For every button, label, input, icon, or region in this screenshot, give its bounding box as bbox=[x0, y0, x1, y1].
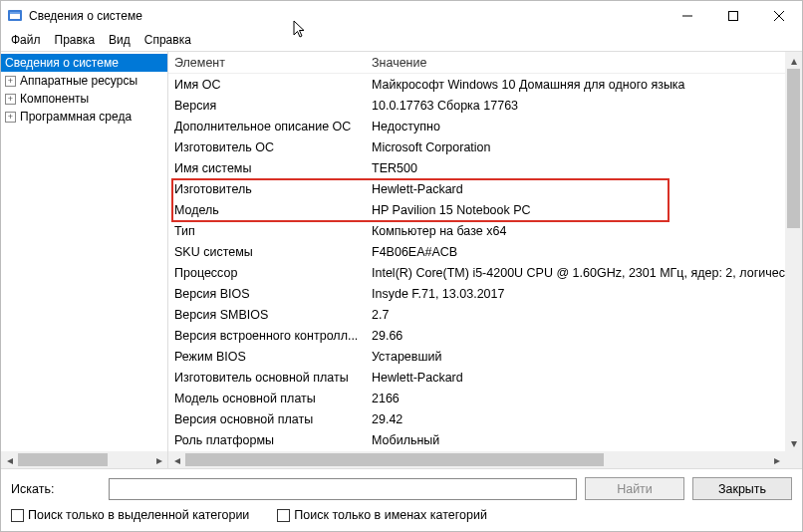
find-button[interactable]: Найти bbox=[585, 477, 684, 500]
cell-key: Процессор bbox=[168, 266, 368, 280]
tree-item-hardware[interactable]: + Аппаратные ресурсы bbox=[1, 72, 167, 90]
cell-value: HP Pavilion 15 Notebook PC bbox=[368, 203, 802, 217]
cell-value: 2.7 bbox=[368, 308, 802, 322]
cell-value: Компьютер на базе x64 bbox=[368, 224, 802, 238]
cell-value: Intel(R) Core(TM) i5-4200U CPU @ 1.60GHz… bbox=[368, 266, 802, 280]
cell-value: 10.0.17763 Сборка 17763 bbox=[368, 99, 802, 113]
table-row[interactable]: Роль платформыМобильный bbox=[168, 429, 802, 450]
search-label: Искать: bbox=[11, 482, 101, 496]
tree-pane: Сведения о системе + Аппаратные ресурсы … bbox=[1, 52, 168, 468]
check-label: Поиск только в выделенной категории bbox=[28, 508, 249, 522]
tree-item-label: Компоненты bbox=[20, 92, 89, 106]
menu-file[interactable]: Файл bbox=[5, 31, 47, 49]
list-hscrollbar[interactable]: ◂ ▸ bbox=[168, 451, 785, 468]
tree-root[interactable]: Сведения о системе bbox=[1, 54, 167, 72]
content-area: Сведения о системе + Аппаратные ресурсы … bbox=[1, 51, 802, 469]
table-row[interactable]: Дополнительное описание ОСНедоступно bbox=[168, 116, 802, 136]
table-row[interactable]: Версия встроенного контролл...29.66 bbox=[168, 325, 802, 346]
table-row[interactable]: Изготовитель ОСMicrosoft Corporation bbox=[168, 136, 802, 157]
cell-key: Версия встроенного контролл... bbox=[168, 329, 368, 343]
cell-key: Режим BIOS bbox=[168, 350, 368, 364]
cell-value: Hewlett-Packard bbox=[368, 182, 802, 196]
table-row[interactable]: Версия BIOSInsyde F.71, 13.03.2017 bbox=[168, 283, 802, 304]
table-row[interactable]: Версия SMBIOS2.7 bbox=[168, 304, 802, 325]
cell-key: Версия bbox=[168, 99, 368, 113]
scroll-down-icon[interactable]: ▾ bbox=[785, 434, 802, 451]
table-row[interactable]: Версия10.0.17763 Сборка 17763 bbox=[168, 95, 802, 116]
tree-item-label: Программная среда bbox=[20, 110, 132, 124]
scroll-corner bbox=[785, 451, 802, 468]
cell-value: F4B06EA#ACB bbox=[368, 245, 802, 259]
table-row[interactable]: SKU системыF4B06EA#ACB bbox=[168, 241, 802, 262]
checkbox-icon[interactable] bbox=[11, 509, 24, 522]
tree-hscrollbar[interactable]: ◂ ▸ bbox=[1, 451, 167, 468]
cell-key: Изготовитель bbox=[168, 182, 368, 196]
scroll-up-icon[interactable]: ▴ bbox=[785, 52, 802, 69]
tree-item-software[interactable]: + Программная среда bbox=[1, 108, 167, 126]
cell-value: Устаревший bbox=[368, 350, 802, 364]
table-row[interactable]: Имя ОСМайкрософт Windows 10 Домашняя для… bbox=[168, 74, 802, 95]
cell-key: Роль платформы bbox=[168, 433, 368, 447]
table-row[interactable]: ПроцессорIntel(R) Core(TM) i5-4200U CPU … bbox=[168, 262, 802, 283]
col-element[interactable]: Элемент bbox=[168, 56, 368, 70]
table-row[interactable]: Режим BIOSУстаревший bbox=[168, 346, 802, 367]
check-names-only[interactable]: Поиск только в именах категорий bbox=[277, 508, 487, 522]
cell-key: Версия основной платы bbox=[168, 412, 368, 426]
cell-key: Модель bbox=[168, 203, 368, 217]
expand-icon[interactable]: + bbox=[5, 94, 16, 105]
table-row[interactable]: ИзготовительHewlett-Packard bbox=[168, 178, 802, 199]
minimize-button[interactable] bbox=[665, 1, 710, 31]
close-button[interactable] bbox=[756, 1, 802, 31]
check-label: Поиск только в именах категорий bbox=[294, 508, 487, 522]
close-dialog-button[interactable]: Закрыть bbox=[692, 477, 792, 500]
table-row[interactable]: Версия основной платы29.42 bbox=[168, 408, 802, 429]
cell-key: Модель основной платы bbox=[168, 392, 368, 405]
footer: Искать: Найти Закрыть Поиск только в выд… bbox=[1, 469, 802, 528]
titlebar: Сведения о системе bbox=[1, 1, 802, 31]
cell-value: 2166 bbox=[368, 392, 802, 405]
cell-value: Hewlett-Packard bbox=[368, 371, 802, 385]
tree-item-components[interactable]: + Компоненты bbox=[1, 90, 167, 108]
menu-edit[interactable]: Правка bbox=[49, 31, 102, 49]
maximize-button[interactable] bbox=[710, 1, 756, 31]
table-row[interactable]: МодельHP Pavilion 15 Notebook PC bbox=[168, 199, 802, 220]
cell-key: Имя системы bbox=[168, 161, 368, 175]
scroll-left-icon[interactable]: ◂ bbox=[168, 451, 185, 468]
expand-icon[interactable]: + bbox=[5, 112, 16, 123]
tree-root-label: Сведения о системе bbox=[5, 56, 119, 70]
check-selected-category[interactable]: Поиск только в выделенной категории bbox=[11, 508, 249, 522]
cell-value: 29.66 bbox=[368, 329, 802, 343]
scroll-right-icon[interactable]: ▸ bbox=[768, 451, 785, 468]
scroll-thumb[interactable] bbox=[787, 69, 800, 228]
tree-item-label: Аппаратные ресурсы bbox=[20, 74, 137, 88]
cell-key: Дополнительное описание ОС bbox=[168, 120, 368, 133]
scroll-left-icon[interactable]: ◂ bbox=[1, 451, 18, 468]
menubar: Файл Правка Вид Справка bbox=[1, 31, 802, 51]
list-vscrollbar[interactable]: ▴ ▾ bbox=[785, 52, 802, 451]
cell-key: Имя ОС bbox=[168, 78, 368, 92]
menu-view[interactable]: Вид bbox=[103, 31, 136, 49]
table-row[interactable]: Изготовитель основной платыHewlett-Packa… bbox=[168, 367, 802, 388]
table-row[interactable]: Имя системыTER500 bbox=[168, 157, 802, 178]
scroll-right-icon[interactable]: ▸ bbox=[150, 451, 167, 468]
cell-value: TER500 bbox=[368, 161, 802, 175]
menu-help[interactable]: Справка bbox=[138, 31, 197, 49]
col-value[interactable]: Значение bbox=[368, 56, 802, 70]
cell-key: Изготовитель ОС bbox=[168, 140, 368, 154]
expand-icon[interactable]: + bbox=[5, 76, 16, 87]
scroll-thumb[interactable] bbox=[185, 453, 604, 466]
column-headers: Элемент Значение bbox=[168, 52, 802, 74]
cell-key: Тип bbox=[168, 224, 368, 238]
svg-rect-2 bbox=[10, 12, 20, 14]
table-row[interactable]: Модель основной платы2166 bbox=[168, 388, 802, 408]
list-pane: Элемент Значение Имя ОСМайкрософт Window… bbox=[168, 52, 802, 468]
cell-value: Microsoft Corporation bbox=[368, 140, 802, 154]
search-input[interactable] bbox=[109, 478, 577, 500]
table-row[interactable]: ТипКомпьютер на базе x64 bbox=[168, 220, 802, 241]
checkbox-icon[interactable] bbox=[277, 509, 290, 522]
cell-value: Мобильный bbox=[368, 433, 802, 447]
cell-value: 29.42 bbox=[368, 412, 802, 426]
app-icon bbox=[7, 8, 23, 24]
window-title: Сведения о системе bbox=[29, 9, 665, 23]
scroll-thumb[interactable] bbox=[18, 453, 108, 466]
